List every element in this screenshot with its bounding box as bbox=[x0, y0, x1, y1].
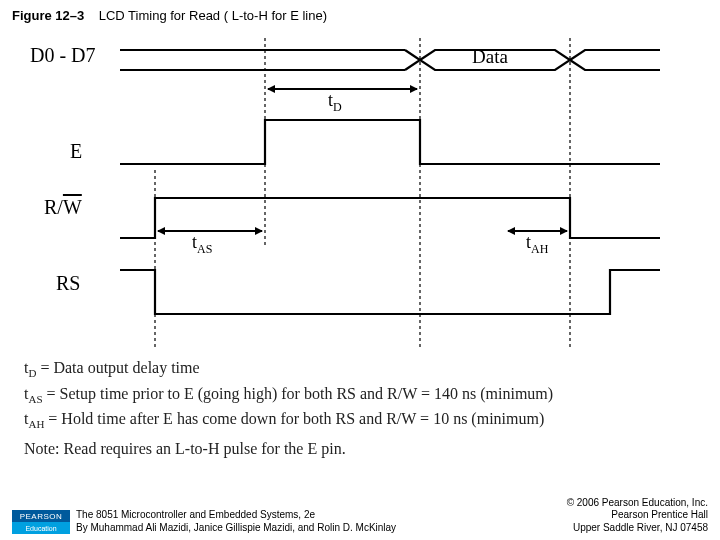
tlabel-tah: tAH bbox=[526, 232, 548, 257]
footer-copyright: © 2006 Pearson Education, Inc. bbox=[567, 497, 708, 510]
label-rw-w: W bbox=[63, 196, 82, 218]
figure-header: Figure 12–3 LCD Timing for Read ( L-to-H… bbox=[12, 8, 327, 23]
timing-diagram: D0 - D7 E R/W RS t bbox=[20, 38, 700, 348]
def-tas: tAS = Setup time prior to E (going high)… bbox=[24, 382, 553, 408]
footer-right: © 2006 Pearson Education, Inc. Pearson P… bbox=[567, 497, 708, 535]
pearson-logo-top: PEARSON bbox=[12, 510, 70, 522]
footer-address: Upper Saddle River, NJ 07458 bbox=[567, 522, 708, 535]
def-tah: tAH = Hold time after E has come down fo… bbox=[24, 407, 553, 433]
figure-note: Note: Read requires an L-to-H pulse for … bbox=[24, 440, 346, 458]
label-rw-r: R/ bbox=[44, 196, 63, 218]
tlabel-td: tD bbox=[328, 90, 342, 115]
footer-book: The 8051 Microcontroller and Embedded Sy… bbox=[76, 509, 567, 522]
footer-authors: By Muhammad Ali Mazidi, Janice Gillispie… bbox=[76, 522, 567, 535]
def-td: tD = Data output delay time bbox=[24, 356, 553, 382]
tlabel-tas: tAS bbox=[192, 232, 212, 257]
label-d0d7: D0 - D7 bbox=[30, 44, 96, 67]
waveform-svg bbox=[20, 38, 700, 348]
label-rw: R/W bbox=[44, 196, 82, 219]
timing-definitions: tD = Data output delay time tAS = Setup … bbox=[24, 356, 553, 433]
arrow-td bbox=[268, 88, 417, 90]
pearson-logo-bot: Education bbox=[12, 522, 70, 534]
figure-number: Figure 12–3 bbox=[12, 8, 84, 23]
footer-left: The 8051 Microcontroller and Embedded Sy… bbox=[76, 509, 567, 534]
pearson-logo: PEARSON Education bbox=[12, 510, 70, 534]
label-data: Data bbox=[472, 46, 508, 68]
footer: PEARSON Education The 8051 Microcontroll… bbox=[12, 497, 708, 535]
label-e: E bbox=[70, 140, 82, 163]
footer-imprint: Pearson Prentice Hall bbox=[567, 509, 708, 522]
label-rs: RS bbox=[56, 272, 80, 295]
figure-title: LCD Timing for Read ( L-to-H for E line) bbox=[99, 8, 327, 23]
